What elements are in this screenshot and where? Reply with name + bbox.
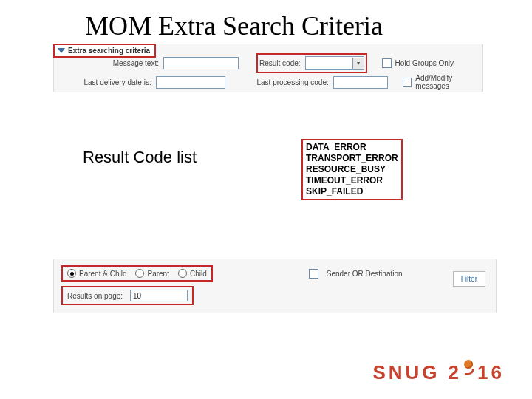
checkbox-icon [309,269,318,279]
logo-letter: N [389,361,403,384]
scope-radio-row: Parent & Child Parent Child Sender OR De… [61,265,488,282]
logo-digit: 2 [449,361,460,384]
chevron-down-icon: ▾ [352,58,364,69]
results-on-page-highlight: Results on page: 10 [61,286,194,305]
add-modify-label: Add/Modify messages [415,74,482,90]
extra-search-panel: Extra searching criteria Message text: R… [53,44,483,92]
list-item: TRANSPORT_ERROR [306,153,398,164]
row-dates: Last delivery date is: Last processing c… [54,72,482,92]
results-on-page-row: Results on page: 10 [61,286,488,305]
logo-letter: S [372,361,386,384]
radio-icon [67,269,76,278]
list-item: RESOURCE_BUSY [306,164,398,175]
radio-label: Child [190,270,207,278]
snug-2016-logo: S N U G 2 1 6 [372,361,502,384]
radio-label: Parent [147,270,168,278]
radio-icon [178,269,187,278]
radio-icon [135,269,144,278]
extra-search-header-label: Extra searching criteria [68,47,150,55]
checkbox-icon [403,78,412,87]
list-item: SKIP_FAILED [306,186,398,197]
logo-letter: U [406,361,420,384]
radio-parent-child[interactable]: Parent & Child [67,269,126,278]
logo-letter: G [422,361,437,384]
last-delivery-input[interactable] [156,76,226,89]
extra-search-header[interactable]: Extra searching criteria [53,44,156,58]
last-processing-label: Last processing code: [228,78,328,86]
slide-title: MOM Extra Search Criteria [85,10,383,41]
radio-parent[interactable]: Parent [135,269,168,278]
result-code-list: DATA_ERROR TRANSPORT_ERROR RESOURCE_BUSY… [301,139,403,200]
last-processing-input[interactable] [333,76,388,89]
checkbox-icon [382,58,392,68]
message-text-label: Message text: [54,59,159,67]
sender-or-destination-checkbox[interactable]: Sender OR Destination [309,269,403,279]
radio-child[interactable]: Child [178,269,207,278]
list-item: DATA_ERROR [306,142,398,153]
results-on-page-input[interactable]: 10 [130,290,188,301]
chevron-down-icon [58,48,65,53]
logo-digit: 6 [491,361,502,384]
results-on-page-label: Results on page: [67,292,123,300]
hold-groups-label: Hold Groups Only [395,59,454,67]
globe-icon [462,363,475,379]
hold-groups-checkbox[interactable]: Hold Groups Only [382,58,454,68]
result-code-select[interactable]: ▾ [305,56,364,70]
filter-button[interactable]: Filter [453,271,485,287]
bottom-controls-panel: Parent & Child Parent Child Sender OR De… [53,259,497,313]
result-code-highlight: Result code: ▾ [256,53,367,73]
logo-digit: 1 [477,361,488,384]
sender-or-destination-label: Sender OR Destination [327,270,403,278]
add-modify-checkbox[interactable]: Add/Modify messages [403,74,482,90]
result-code-list-label: Result Code list [83,148,197,167]
last-delivery-label: Last delivery date is: [54,78,151,86]
list-item: TIMEOUT_ERROR [306,175,398,186]
radio-label: Parent & Child [79,270,126,278]
scope-radio-highlight: Parent & Child Parent Child [61,265,213,282]
result-code-label: Result code: [259,59,301,67]
message-text-input[interactable] [163,57,239,69]
